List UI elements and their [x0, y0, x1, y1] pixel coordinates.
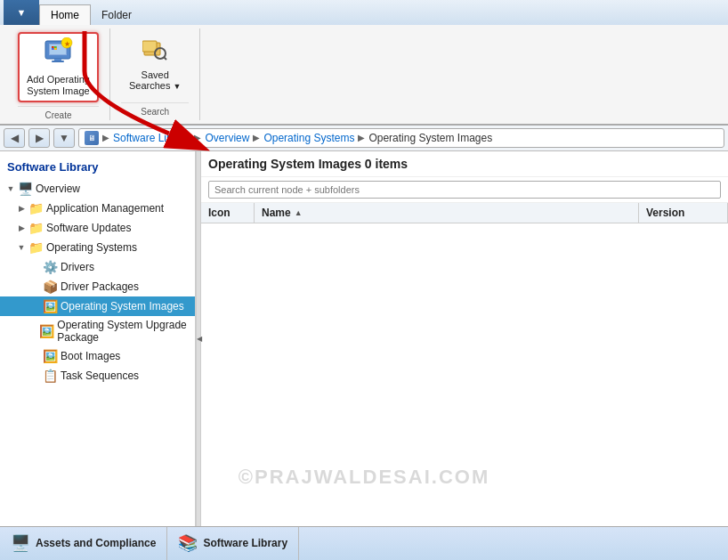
- tab-home[interactable]: Home: [39, 4, 91, 25]
- svg-rect-8: [54, 59, 61, 61]
- breadcrumb-operating-systems[interactable]: Operating Systems: [263, 132, 354, 144]
- content-header: Operating System Images 0 items: [201, 151, 728, 177]
- search-bar: [201, 177, 728, 203]
- driver-packages-label: Driver Packages: [61, 280, 139, 293]
- os-images-icon: 🖼️: [43, 299, 57, 313]
- boot-images-label: Boot Images: [61, 350, 120, 362]
- splitter[interactable]: ◀: [196, 151, 201, 526]
- sort-arrow-up: ▲: [295, 208, 303, 217]
- quick-access-bar: ▼: [4, 0, 39, 25]
- ribbon-group-create-items: ★ Add OperatingSystem Image: [18, 32, 99, 102]
- os-images-label: Operating System Images: [61, 300, 184, 312]
- app-mgmt-icon: 📁: [28, 201, 43, 215]
- sidebar-item-overview[interactable]: ▼ 🖥️ Overview: [0, 179, 195, 199]
- drivers-label: Drivers: [61, 261, 94, 273]
- create-group-label: Create: [18, 106, 99, 120]
- sidebar-item-software-updates[interactable]: ▶ 📁 Software Updates: [0, 218, 195, 238]
- nav-back-button[interactable]: ◀: [4, 128, 25, 148]
- sidebar-item-operating-systems[interactable]: ▼ 📁 Operating Systems: [0, 238, 195, 257]
- watermark: ©PRAJWALDESAI.COM: [239, 466, 489, 489]
- saved-searches-icon: [142, 39, 167, 68]
- sidebar-item-os-upgrade[interactable]: ▶ 🖼️ Operating System Upgrade Package: [0, 316, 195, 346]
- sidebar-item-app-mgmt[interactable]: ▶ 📁 Application Management: [0, 199, 195, 218]
- expand-app-mgmt[interactable]: ▶: [14, 201, 28, 215]
- overview-icon: 🖥️: [18, 182, 32, 196]
- assets-icon: 🖥️: [11, 533, 30, 553]
- dropdown-arrow: ▼: [173, 82, 181, 91]
- quick-access-button[interactable]: ▼: [17, 7, 27, 18]
- col-name-label: Name: [262, 207, 291, 219]
- sidebar-item-driver-packages[interactable]: ▶ 📦 Driver Packages: [0, 277, 195, 296]
- sidebar-title: Software Library: [0, 155, 195, 179]
- app-mgmt-label: Application Management: [46, 202, 164, 215]
- bottom-item-software-library[interactable]: 📚 Software Library: [167, 527, 299, 560]
- col-name[interactable]: Name ▲: [255, 203, 639, 223]
- breadcrumb-overview[interactable]: Overview: [205, 132, 249, 144]
- sidebar-item-task-sequences[interactable]: ▶ 📋 Task Sequences: [0, 366, 195, 386]
- saved-searches-button[interactable]: SavedSearches ▼: [121, 35, 189, 95]
- assets-label: Assets and Compliance: [36, 537, 156, 549]
- list-header: Icon Name ▲ Version: [201, 203, 728, 223]
- boot-images-icon: 🖼️: [43, 349, 57, 363]
- col-icon[interactable]: Icon: [201, 203, 255, 223]
- ribbon-tabs: ▼ Home Folder: [0, 0, 728, 25]
- nav-home-icon: 🖥: [85, 131, 99, 145]
- add-os-image-icon: ★: [42, 37, 74, 72]
- search-group-label: Search: [121, 102, 189, 117]
- nav-bar: ◀ ▶ ▼ 🖥 ▶ Software Library ▶ Overview ▶ …: [0, 126, 728, 151]
- breadcrumb-software-library[interactable]: Software Library: [113, 132, 190, 144]
- sidebar-item-boot-images[interactable]: ▶ 🖼️ Boot Images: [0, 346, 195, 366]
- operating-systems-icon: 📁: [28, 240, 43, 255]
- ribbon-group-search-items: SavedSearches ▼: [121, 32, 189, 99]
- operating-systems-label: Operating Systems: [46, 241, 137, 254]
- search-input[interactable]: [208, 181, 721, 199]
- breadcrumb-os-images: Operating System Images: [368, 132, 492, 144]
- software-library-label: Software Library: [203, 537, 287, 549]
- sidebar-item-os-images[interactable]: ▶ 🖼️ Operating System Images: [0, 296, 195, 316]
- nav-dropdown-button[interactable]: ▼: [53, 128, 75, 148]
- bottom-bar: 🖥️ Assets and Compliance 📚 Software Libr…: [0, 526, 728, 560]
- saved-searches-label: SavedSearches ▼: [129, 69, 181, 91]
- task-sequences-label: Task Sequences: [61, 369, 139, 382]
- expand-overview[interactable]: ▼: [4, 182, 18, 196]
- software-updates-label: Software Updates: [46, 222, 131, 234]
- svg-line-15: [164, 57, 166, 60]
- os-upgrade-icon: 🖼️: [39, 324, 53, 338]
- svg-rect-5: [54, 46, 57, 48]
- ribbon-group-create: ★ Add OperatingSystem Image Create: [7, 28, 110, 120]
- ribbon-group-search: SavedSearches ▼ Search: [110, 28, 200, 120]
- add-os-image-label: Add OperatingSystem Image: [27, 74, 90, 97]
- svg-rect-9: [52, 61, 64, 62]
- svg-text:★: ★: [64, 40, 70, 48]
- col-version[interactable]: Version: [639, 203, 728, 223]
- svg-rect-7: [54, 48, 57, 50]
- bottom-item-assets[interactable]: 🖥️ Assets and Compliance: [0, 527, 167, 560]
- svg-rect-6: [52, 48, 54, 50]
- driver-packages-icon: 📦: [43, 280, 57, 294]
- splitter-arrow: ◀: [197, 335, 202, 343]
- svg-rect-4: [52, 46, 54, 48]
- nav-sep-2: ▶: [253, 133, 260, 142]
- nav-sep-1: ▶: [194, 133, 201, 142]
- software-updates-icon: 📁: [28, 221, 43, 235]
- expand-software-updates[interactable]: ▶: [14, 221, 28, 235]
- add-os-image-button[interactable]: ★ Add OperatingSystem Image: [18, 32, 99, 102]
- tab-folder[interactable]: Folder: [91, 5, 142, 25]
- nav-sep-0: ▶: [102, 133, 109, 142]
- drivers-icon: ⚙️: [43, 260, 57, 274]
- svg-rect-13: [142, 41, 157, 52]
- nav-sep-3: ▶: [358, 133, 365, 142]
- os-upgrade-label: Operating System Upgrade Package: [57, 319, 191, 344]
- overview-label: Overview: [36, 183, 80, 195]
- software-library-icon: 📚: [178, 533, 198, 553]
- nav-forward-button[interactable]: ▶: [28, 128, 50, 148]
- sidebar: Software Library ▼ 🖥️ Overview ▶ 📁 Appli…: [0, 151, 196, 526]
- task-sequences-icon: 📋: [43, 369, 57, 383]
- expand-operating-systems[interactable]: ▼: [14, 240, 28, 255]
- sidebar-item-drivers[interactable]: ▶ ⚙️ Drivers: [0, 257, 195, 277]
- ribbon-body: ★ Add OperatingSystem Image Create: [0, 25, 728, 126]
- breadcrumb: 🖥 ▶ Software Library ▶ Overview ▶ Operat…: [78, 128, 724, 148]
